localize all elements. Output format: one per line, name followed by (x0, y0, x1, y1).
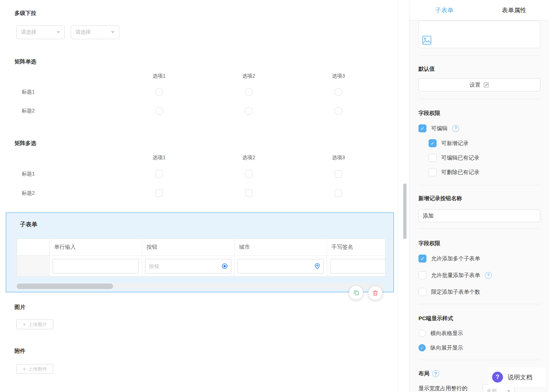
subform-column-header: 城市 (235, 239, 327, 256)
tab-form-properties[interactable]: 表单属性 (479, 0, 549, 20)
multi-dropdown-label: 多级下拉 (15, 10, 36, 17)
help-doc-label: 说明文档 (508, 373, 532, 381)
panel-tab-bar: 子表单 表单属性 (409, 0, 549, 21)
perm-add-record-label: 可新增记录 (441, 140, 468, 147)
matrix-checkbox[interactable] (335, 189, 342, 197)
matrix-radio[interactable] (155, 88, 163, 96)
matrix-radio[interactable] (334, 107, 342, 115)
matrix-column-header: 选项1 (114, 73, 204, 79)
pc-display-title: PC端显示样式 (418, 315, 453, 322)
matrix-row-label: 标题1 (15, 89, 114, 95)
matrix-row: 标题1 (15, 164, 383, 183)
checkbox-edit-existing[interactable] (429, 154, 437, 162)
matrix-radio-label: 矩阵单选 (15, 58, 36, 65)
subform-index-cell (17, 256, 50, 276)
divider (418, 99, 540, 99)
default-value-title: 默认值 (418, 66, 435, 73)
matrix-checkbox[interactable] (245, 189, 252, 197)
caret-down-icon (111, 31, 115, 33)
divider (418, 360, 540, 360)
divider (418, 304, 540, 304)
matrix-radio-grid: 选项1 选项2 选项3 标题1 标题2 (15, 70, 383, 120)
help-icon[interactable]: ? (485, 272, 492, 279)
signature-field-input[interactable] (330, 259, 385, 273)
checkbox-editable[interactable]: ✓ (418, 124, 426, 132)
matrix-column-header: 选项3 (294, 73, 383, 79)
upload-image-button[interactable]: + 上传图片 (16, 319, 53, 329)
matrix-column-header: 选项1 (114, 154, 204, 161)
button-field-input[interactable] (145, 259, 231, 273)
add-button-name-input[interactable] (418, 209, 540, 222)
subform-index-header (17, 239, 50, 256)
radio-horizontal-table[interactable] (418, 330, 426, 337)
matrix-checkbox-grid: 选项1 选项2 选项3 标题1 标题2 (15, 151, 383, 203)
subform-column-header: 单行输入 (50, 239, 142, 256)
delete-component-button[interactable] (368, 286, 382, 300)
checkbox-limit-count[interactable] (418, 288, 426, 296)
location-pin-icon (314, 263, 320, 269)
multi-dropdown-select-1[interactable]: 请选择 (16, 25, 65, 39)
preview-image-box[interactable] (418, 21, 540, 48)
subform-cell (50, 256, 142, 276)
row-width-label: 显示宽度占用整行的 (418, 385, 467, 392)
multi-dropdown-select-2[interactable]: 请选择 (71, 25, 119, 39)
matrix-radio[interactable] (155, 107, 163, 115)
help-doc-widget[interactable]: ? 说明文档 (488, 367, 546, 387)
help-icon[interactable]: ? (452, 125, 459, 132)
divider (418, 185, 540, 185)
add-button-name-title: 新增记录按钮名称 (418, 195, 462, 202)
caret-down-icon (507, 390, 511, 392)
tab-subform[interactable]: 子表单 (409, 0, 479, 20)
matrix-row: 标题1 (15, 83, 383, 102)
select-placeholder: 请选择 (75, 29, 91, 36)
matrix-checkbox[interactable] (245, 170, 252, 178)
divider (418, 228, 540, 229)
matrix-checkbox[interactable] (156, 189, 163, 197)
matrix-checkbox[interactable] (156, 170, 163, 178)
layout-title-text: 布局 (418, 370, 429, 377)
subform-component-selected[interactable]: 子表单 单行输入 按钮 城市 手写签名 (6, 212, 394, 292)
radio-vertical-expand[interactable]: ✓ (418, 344, 426, 351)
matrix-radio[interactable] (245, 88, 253, 96)
checkbox-allow-multiple[interactable]: ✓ (418, 255, 426, 263)
matrix-row-label: 标题2 (15, 190, 114, 197)
pc-horizontal-row: 横向表格显示 (418, 330, 463, 337)
matrix-radio[interactable] (334, 88, 342, 96)
copy-icon (353, 290, 359, 296)
subform-cell (142, 256, 235, 276)
copy-component-button[interactable] (349, 286, 363, 300)
help-icon[interactable]: ? (432, 370, 439, 377)
layout-title: 布局 ? (418, 370, 439, 377)
row-width-select-value: 全部 (487, 388, 497, 392)
subform-column-header: 手写签名 (327, 239, 385, 256)
perm-limit-count-row: 限定添加子表单个数 (418, 288, 480, 296)
question-circle-icon: ? (492, 372, 503, 383)
subform-cell (235, 256, 327, 276)
check-icon: ✓ (420, 126, 425, 131)
matrix-row: 标题2 (15, 183, 383, 203)
plus-icon: + (22, 366, 26, 372)
check-icon: ✓ (420, 256, 425, 261)
matrix-checkbox[interactable] (335, 170, 342, 178)
subform-cell (327, 256, 385, 276)
checkbox-allow-batch[interactable] (418, 271, 426, 279)
set-default-button[interactable]: 设置 (418, 78, 540, 91)
checkbox-delete-existing[interactable] (429, 168, 437, 176)
checkbox-add-record[interactable]: ✓ (429, 139, 437, 147)
plus-icon: + (22, 322, 26, 327)
perm-edit-existing-label: 可编辑已有记录 (441, 154, 479, 161)
canvas-vertical-scrollbar[interactable] (403, 183, 406, 239)
subform-horizontal-scrollbar[interactable] (17, 284, 385, 289)
matrix-radio[interactable] (245, 107, 253, 115)
matrix-row-label: 标题2 (15, 108, 114, 114)
city-field-input[interactable] (238, 259, 324, 273)
select-placeholder: 请选择 (21, 29, 36, 36)
perm-delete-existing-row: 可删除已有记录 (429, 168, 479, 176)
matrix-header-row: 选项1 选项2 选项3 (15, 151, 383, 164)
pc-horizontal-label: 横向表格显示 (430, 330, 463, 337)
edit-icon (483, 82, 489, 88)
single-line-input[interactable] (53, 259, 139, 273)
upload-attachment-label: 上传附件 (28, 366, 47, 372)
scrollbar-thumb[interactable] (17, 284, 113, 289)
upload-attachment-button[interactable]: + 上传附件 (16, 364, 53, 374)
